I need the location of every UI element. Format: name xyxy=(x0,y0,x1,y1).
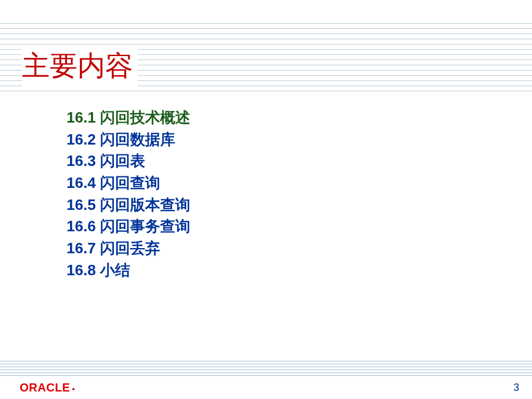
toc-list: 16.1 闪回技术概述16.2 闪回数据库16.3 闪回表16.4 闪回查询16… xyxy=(66,107,190,282)
logo-dot-icon xyxy=(72,388,75,390)
toc-item-text: 闪回丢弃 xyxy=(96,239,160,257)
title-container: 主要内容 xyxy=(22,47,138,87)
toc-item: 16.4 闪回查询 xyxy=(66,172,190,194)
toc-item-text: 小结 xyxy=(96,261,130,279)
toc-item-text: 闪回表 xyxy=(96,152,145,169)
toc-item-num: 16.8 xyxy=(66,261,96,279)
toc-item-text: 闪回事务查询 xyxy=(96,217,190,235)
oracle-logo: ORACLE xyxy=(20,381,75,394)
toc-item: 16.8 小结 xyxy=(66,260,190,282)
toc-item-num: 16.3 xyxy=(66,152,96,169)
toc-item-num: 16.6 xyxy=(66,217,96,235)
toc-item-text: 闪回版本查询 xyxy=(96,196,190,213)
page-number: 3 xyxy=(513,382,519,394)
toc-item: 16.7 闪回丢弃 xyxy=(66,238,190,260)
toc-item: 16.2 闪回数据库 xyxy=(66,129,190,151)
toc-item-num: 16.5 xyxy=(66,196,96,213)
toc-item: 16.5 闪回版本查询 xyxy=(66,194,190,216)
logo-text: ORACLE xyxy=(20,381,70,394)
toc-item: 16.3 闪回表 xyxy=(66,150,190,172)
toc-item-num: 16.1 xyxy=(66,109,96,126)
toc-item-text: 闪回查询 xyxy=(96,174,160,191)
toc-item-num: 16.2 xyxy=(66,131,96,148)
toc-item-num: 16.7 xyxy=(66,239,96,257)
toc-item-num: 16.4 xyxy=(66,174,96,191)
toc-item-text: 闪回技术概述 xyxy=(96,109,190,126)
toc-item: 16.1 闪回技术概述 xyxy=(66,107,190,129)
toc-item-text: 闪回数据库 xyxy=(96,131,175,148)
footer: ORACLE 3 xyxy=(0,377,532,399)
page-title: 主要内容 xyxy=(22,47,133,84)
toc-item: 16.6 闪回事务查询 xyxy=(66,216,190,238)
